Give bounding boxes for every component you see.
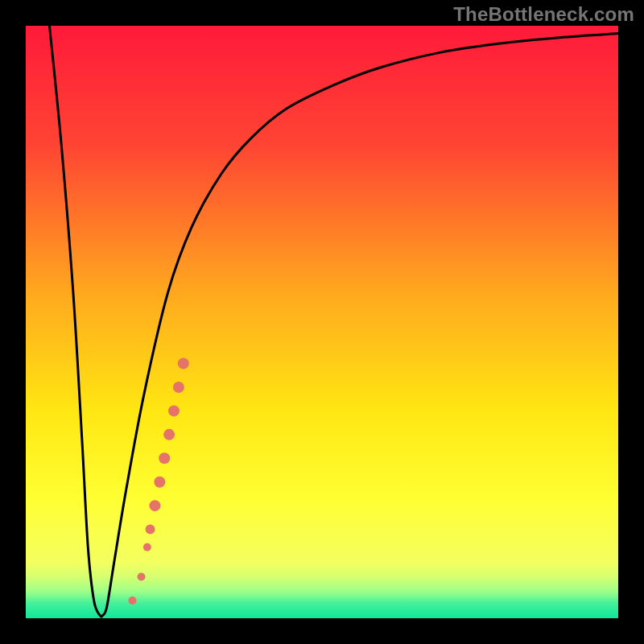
highlight-point <box>149 500 160 511</box>
highlight-point <box>138 572 146 580</box>
gradient-background <box>26 26 618 618</box>
highlight-point <box>163 429 175 440</box>
highlight-point <box>159 452 170 464</box>
highlight-point <box>168 405 180 416</box>
highlight-point <box>143 543 151 551</box>
highlight-point <box>146 525 155 535</box>
highlight-point <box>128 597 136 605</box>
watermark-text: TheBottleneck.com <box>453 3 634 26</box>
highlight-point <box>173 382 184 393</box>
chart-frame: { "watermark": "TheBottleneck.com", "cha… <box>0 0 644 644</box>
highlight-point <box>178 358 189 369</box>
chart-canvas <box>0 0 644 644</box>
highlight-point <box>154 477 165 488</box>
